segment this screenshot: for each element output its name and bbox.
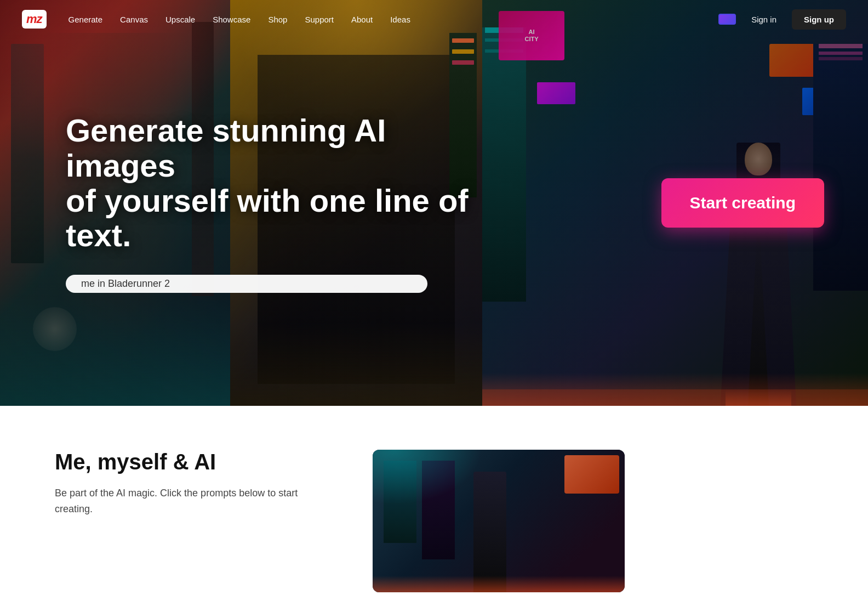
- logo-label: mz: [26, 12, 42, 26]
- hero-title-line2: of yourself with one line of text.: [66, 183, 469, 253]
- nav-shop[interactable]: Shop: [268, 15, 287, 24]
- logo-text: mz: [22, 10, 47, 29]
- hero-section: AICITY: [0, 0, 868, 406]
- hero-input-wrapper: [66, 275, 427, 293]
- nav-generate[interactable]: Generate: [68, 15, 103, 24]
- nav-about[interactable]: About: [351, 15, 373, 24]
- nav-auth: Sign in Sign up: [718, 9, 846, 30]
- start-creating-button[interactable]: Start creating: [661, 178, 824, 228]
- nav-upscale[interactable]: Upscale: [165, 15, 195, 24]
- signup-button[interactable]: Sign up: [792, 9, 846, 30]
- hero-title-line1: Generate stunning AI images: [66, 112, 386, 183]
- nav-support[interactable]: Support: [305, 15, 334, 24]
- user-avatar: [718, 14, 736, 25]
- nav-links: Generate Canvas Upscale Showcase Shop Su…: [68, 15, 719, 24]
- hero-title: Generate stunning AI images of yourself …: [66, 113, 482, 253]
- hero-content: Generate stunning AI images of yourself …: [66, 113, 482, 293]
- prompt-input[interactable]: [81, 278, 423, 290]
- signin-button[interactable]: Sign in: [743, 10, 785, 29]
- logo[interactable]: mz: [22, 10, 47, 29]
- nav-canvas[interactable]: Canvas: [120, 15, 148, 24]
- nav-ideas[interactable]: Ideas: [390, 15, 410, 24]
- avatar-icon: [719, 15, 735, 24]
- below-description: Be part of the AI magic. Click the promp…: [55, 485, 329, 517]
- below-title: Me, myself & AI: [55, 450, 329, 474]
- below-section: Me, myself & AI Be part of the AI magic.…: [0, 406, 868, 606]
- below-text-content: Me, myself & AI Be part of the AI magic.…: [55, 450, 329, 517]
- nav-showcase[interactable]: Showcase: [213, 15, 250, 24]
- navigation: mz Generate Canvas Upscale Showcase Shop…: [0, 0, 868, 38]
- below-image: [373, 450, 625, 592]
